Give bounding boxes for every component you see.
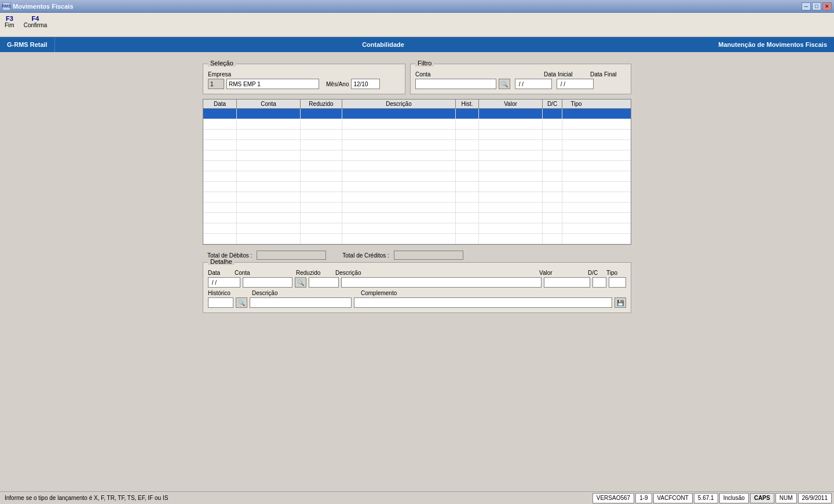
detalhe-valor-label: Valor xyxy=(539,270,586,276)
detalhe-conta-input[interactable] xyxy=(243,277,292,288)
grid-cell-tipo xyxy=(562,171,590,182)
filtro-panel: Filtro Conta Data Inicial Data Final 🔍 xyxy=(410,64,631,94)
toolbar-f3[interactable]: F3 Fim xyxy=(5,15,14,28)
mesano-input[interactable] xyxy=(351,79,380,89)
filtro-data-inicial-input[interactable] xyxy=(515,79,552,89)
grid-cell-reduzido xyxy=(301,223,342,234)
data-final-label: Data Final xyxy=(590,71,625,78)
grid-cell-tipo xyxy=(562,140,590,150)
grid-cell-descricao xyxy=(342,182,456,192)
detalhe-historico-input[interactable] xyxy=(208,297,233,308)
grid-cell-tipo xyxy=(562,223,590,234)
table-row[interactable] xyxy=(203,203,631,213)
grid-cell-descricao xyxy=(342,223,456,234)
filtro-data-final-input[interactable] xyxy=(557,79,594,89)
table-row[interactable] xyxy=(203,182,631,192)
selecao-empresa-row: Empresa xyxy=(208,71,400,78)
grid-cell-hist xyxy=(456,192,479,203)
table-row[interactable] xyxy=(203,130,631,140)
restore-button[interactable]: □ xyxy=(812,2,821,10)
grid-cell-reduzido xyxy=(301,109,342,119)
detalhe-reduzido-input[interactable] xyxy=(309,277,339,288)
grid-cell-dc xyxy=(543,234,562,244)
detalhe-descricao-input[interactable] xyxy=(341,277,542,288)
date-pill: 26/9/2011 xyxy=(798,493,832,503)
grid-cell-tipo xyxy=(562,234,590,244)
table-row[interactable] xyxy=(203,119,631,130)
table-row[interactable] xyxy=(203,213,631,223)
empresa-num-input[interactable] xyxy=(208,79,224,89)
detalhe-tipo-input[interactable] xyxy=(609,277,626,288)
filtro-labels: Conta Data Inicial Data Final xyxy=(415,71,626,78)
filtro-conta-input[interactable] xyxy=(415,79,496,89)
toolbar-f4[interactable]: F4 Confirma xyxy=(24,15,47,28)
grid-cell-dc xyxy=(543,109,562,119)
minimize-button[interactable]: ─ xyxy=(802,2,811,10)
col-header-data: Data xyxy=(203,100,237,108)
grid-cell-valor xyxy=(479,213,543,223)
grid-cell-descricao xyxy=(342,150,456,161)
table-row[interactable] xyxy=(203,223,631,234)
grid-cell-conta xyxy=(237,192,301,203)
detalhe-valor-input[interactable] xyxy=(544,277,590,288)
window-controls: ─ □ ✕ xyxy=(802,2,832,10)
table-row[interactable] xyxy=(203,150,631,161)
table-row[interactable] xyxy=(203,161,631,171)
detalhe-historico-search-button[interactable]: 🔍 xyxy=(236,297,247,308)
grid-cell-valor xyxy=(479,171,543,182)
table-row[interactable] xyxy=(203,192,631,203)
nav-title: Contabilidade xyxy=(55,41,712,48)
grid-body xyxy=(203,109,631,244)
detalhe-reduzido-label: Reduzido xyxy=(296,270,331,276)
detalhe-descricao2-input[interactable] xyxy=(250,297,352,308)
filtro-conta-search-button[interactable]: 🔍 xyxy=(499,79,510,89)
detalhe-conta-search-button[interactable]: 🔍 xyxy=(295,277,306,288)
grid-cell-tipo xyxy=(562,150,590,161)
grid-cell-conta xyxy=(237,213,301,223)
grid-cell-dc xyxy=(543,171,562,182)
grid-cell-data xyxy=(203,119,237,130)
table-row[interactable] xyxy=(203,109,631,119)
grid-cell-dc xyxy=(543,223,562,234)
title-bar: RMS Movimentos Fiscais ─ □ ✕ xyxy=(0,0,834,13)
table-row[interactable] xyxy=(203,171,631,182)
grid-cell-descricao xyxy=(342,161,456,171)
grid-cell-dc xyxy=(543,150,562,161)
status-bar: Informe se o tipo de lançamento é X, F, … xyxy=(0,491,834,504)
creditos-value[interactable] xyxy=(394,251,463,260)
top-panels: Seleção Empresa Mês/Ano Filtro Conta Dat… xyxy=(203,64,631,94)
detalhe-complemento-label: Complemento xyxy=(361,290,626,296)
nav-grms-retail[interactable]: G-RMS Retail xyxy=(0,37,55,52)
selecao-legend: Seleção xyxy=(208,60,236,67)
grid-cell-tipo xyxy=(562,109,590,119)
grid-cell-conta xyxy=(237,140,301,150)
detalhe-data-input[interactable] xyxy=(208,277,240,288)
data-grid: Data Conta Reduzido Descrição Hist. Valo… xyxy=(203,99,631,245)
detalhe-complemento-input[interactable] xyxy=(354,297,612,308)
grid-cell-data xyxy=(203,140,237,150)
filtro-fields: 🔍 xyxy=(415,79,626,89)
detalhe-conta-label: Conta xyxy=(235,270,287,276)
detalhe-legend: Detalhe xyxy=(208,258,235,265)
grid-cell-descricao xyxy=(342,234,456,244)
detalhe-historico-label: Histórico xyxy=(208,290,243,296)
detalhe-descricao2-label: Descrição xyxy=(252,290,356,296)
grid-cell-hist xyxy=(456,130,479,140)
empresa-name-input[interactable] xyxy=(226,79,319,89)
grid-cell-hist xyxy=(456,171,479,182)
f4-label: Confirma xyxy=(24,22,47,28)
table-row[interactable] xyxy=(203,140,631,150)
detalhe-dc-input[interactable] xyxy=(592,277,606,288)
grid-cell-conta xyxy=(237,234,301,244)
debitos-value[interactable] xyxy=(257,251,326,260)
close-button[interactable]: ✕ xyxy=(822,2,832,10)
grid-cell-valor xyxy=(479,203,543,213)
grid-cell-valor xyxy=(479,140,543,150)
grid-cell-valor xyxy=(479,182,543,192)
grid-cell-valor xyxy=(479,119,543,130)
table-row[interactable] xyxy=(203,234,631,244)
col-header-conta: Conta xyxy=(237,100,301,108)
grid-cell-hist xyxy=(456,223,479,234)
detalhe-save-button[interactable]: 💾 xyxy=(614,297,626,308)
nav-bar: G-RMS Retail Contabilidade Manutenção de… xyxy=(0,37,834,52)
